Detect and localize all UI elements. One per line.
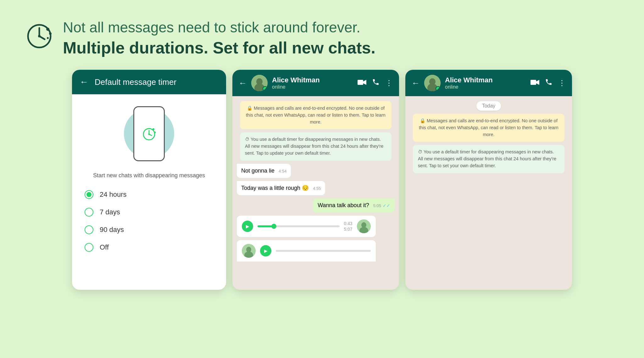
chat2-header: ← Alice Whitman online: [232, 70, 399, 96]
waveform-dot-1: [271, 224, 276, 229]
svg-point-6: [148, 134, 150, 135]
waveform-1: [258, 225, 340, 227]
panel1-title: Default message timer: [95, 77, 176, 87]
panel-chat-recipient: ← Alice Whitman online: [405, 70, 572, 290]
radio-7d-label: 7 days: [100, 208, 120, 216]
chat3-back-icon[interactable]: ←: [412, 78, 420, 88]
panel-timer-settings: ← Default message timer Start: [72, 70, 226, 290]
timer-notice-text-3: You use a default timer for disappearing…: [418, 149, 556, 168]
back-arrow-icon[interactable]: ←: [80, 77, 88, 87]
panel1-header: ← Default message timer: [72, 70, 226, 94]
radio-24h-label: 24 hours: [100, 190, 127, 199]
more-options-icon[interactable]: ⋮: [385, 79, 393, 87]
chat3-info: Alice Whitman online: [445, 76, 526, 90]
online-badge-3: [436, 86, 441, 91]
timer-notice-icon-3: ⏱: [418, 149, 422, 154]
header-section: Not all messages need to stick around fo…: [0, 0, 644, 70]
svg-point-1: [38, 35, 41, 37]
chat3-avatar: [424, 75, 441, 91]
chat2-body: 🔒 Messages and calls are end-to-end encr…: [232, 96, 399, 267]
waveform-2: [276, 250, 371, 252]
encryption-notice-2[interactable]: 🔒 Messages and calls are end-to-end encr…: [240, 101, 391, 129]
chat2-back-icon[interactable]: ←: [239, 78, 247, 88]
radio-item-90d[interactable]: 90 days: [85, 223, 214, 237]
voice-avatar-2: [242, 244, 256, 258]
msg-time-1: 4:54: [279, 169, 286, 173]
voice-avatar-1: [357, 219, 371, 233]
phone-illustration: [118, 104, 180, 163]
video-call-icon-3[interactable]: [530, 79, 539, 87]
panels-container: ← Default message timer Start: [0, 70, 644, 290]
timer-screen-icon: [142, 126, 157, 141]
phone-outline: [133, 106, 165, 161]
svg-marker-13: [363, 80, 366, 85]
chat2-contact-name: Alice Whitman: [272, 76, 353, 84]
msg-text-1: Not gonna lie: [241, 168, 275, 174]
panel1-body: Start new chats with disappearing messag…: [72, 94, 226, 264]
disappearing-timer-icon: [25, 20, 53, 49]
radio-7d-circle[interactable]: [85, 208, 93, 217]
header-line2: Multiple durations. Set for all new chat…: [63, 38, 375, 57]
msg-received-2: Today was a little rough 😔 4:55: [237, 181, 325, 195]
voice-call-icon[interactable]: [372, 78, 380, 88]
voice-call-icon-3[interactable]: [545, 78, 552, 88]
radio-group: 24 hours 7 days 90 days Off: [85, 188, 214, 254]
svg-point-7: [153, 128, 154, 130]
radio-item-7d[interactable]: 7 days: [85, 205, 214, 219]
radio-off-circle[interactable]: [85, 243, 93, 252]
svg-point-3: [49, 32, 52, 35]
header-line1: Not all messages need to stick around fo…: [63, 19, 375, 36]
double-tick-icon: ✓✓: [383, 203, 390, 208]
encryption-notice-3[interactable]: 🔒 Messages and calls are end-to-end encr…: [413, 114, 564, 142]
chat2-action-icons: ⋮: [358, 78, 393, 88]
msg-time-3: 5:05: [373, 203, 381, 208]
play-button-1[interactable]: ▶: [242, 221, 253, 232]
chat3-status: online: [445, 84, 526, 90]
svg-point-4: [47, 37, 49, 39]
chat3-header: ← Alice Whitman online: [405, 70, 572, 96]
video-call-icon[interactable]: [358, 79, 366, 87]
panel-chat-active: ← Alice Whitman online: [232, 70, 399, 290]
svg-point-2: [46, 28, 49, 31]
chat2-status: online: [272, 84, 353, 90]
today-badge: Today: [476, 101, 501, 111]
play-button-2[interactable]: ▶: [260, 245, 271, 256]
chat3-action-icons: ⋮: [530, 78, 566, 88]
online-badge: [263, 86, 268, 91]
radio-off-label: Off: [100, 243, 109, 251]
radio-item-24h[interactable]: 24 hours: [85, 188, 214, 201]
timer-notice-2: ⏱You use a default timer for disappearin…: [240, 132, 391, 160]
radio-24h-circle[interactable]: [85, 190, 93, 199]
more-options-icon-3[interactable]: ⋮: [558, 79, 566, 87]
msg-received-1: Not gonna lie 4:54: [237, 164, 291, 178]
timer-notice-text: You use a default timer for disappearing…: [245, 137, 383, 156]
chat2-info: Alice Whitman online: [272, 76, 353, 90]
voice-message-1: ▶ 0:43 5:07: [237, 216, 376, 237]
panel1-subtitle: Start new chats with disappearing messag…: [93, 172, 205, 179]
svg-point-8: [154, 132, 156, 133]
svg-marker-24: [536, 80, 539, 85]
radio-90d-label: 90 days: [100, 226, 124, 234]
msg-time-2: 4:55: [313, 186, 321, 191]
timer-notice-3: ⏱You use a default timer for disappearin…: [413, 145, 564, 173]
msg-text-3: Wanna talk about it?: [318, 202, 369, 208]
svg-rect-23: [530, 80, 536, 85]
msg-sent-1: Wanna talk about it? 5:05 ✓✓: [313, 198, 395, 212]
voice-elapsed-1: 0:43: [344, 221, 353, 226]
header-text-block: Not all messages need to stick around fo…: [63, 19, 375, 57]
radio-item-off[interactable]: Off: [85, 240, 214, 254]
timer-notice-icon: ⏱: [245, 137, 249, 142]
chat3-body: Today 🔒 Messages and calls are end-to-en…: [405, 96, 572, 178]
radio-90d-circle[interactable]: [85, 225, 93, 234]
voice-total-1: 5:07: [344, 227, 353, 232]
voice-message-2-partial: ▶: [237, 240, 376, 262]
chat3-contact-name: Alice Whitman: [445, 76, 526, 84]
msg-text-2: Today was a little rough 😔: [241, 185, 309, 191]
svg-rect-12: [358, 80, 363, 85]
chat2-avatar: [251, 75, 268, 91]
